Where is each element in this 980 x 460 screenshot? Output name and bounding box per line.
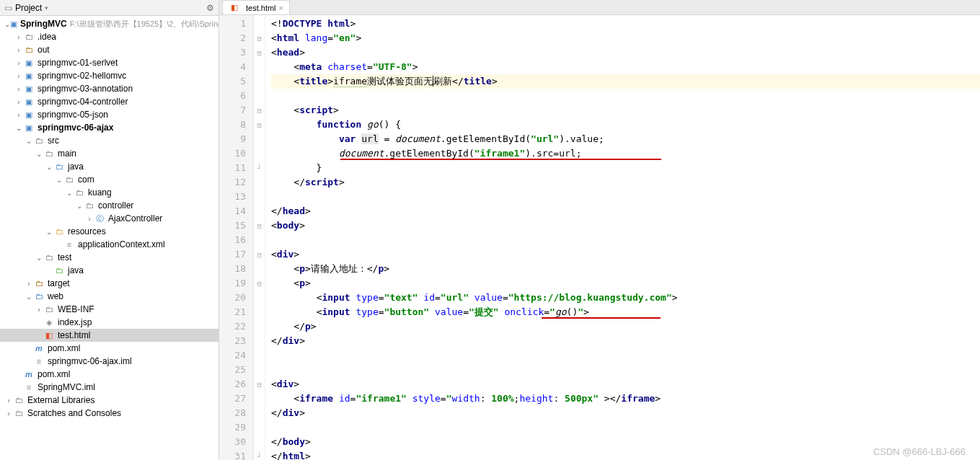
tree-item[interactable]: mpom.xml	[0, 342, 218, 355]
fold-marker[interactable]	[254, 291, 265, 305]
line-number[interactable]: 5	[219, 74, 253, 89]
tree-item[interactable]: ›▣springmvc-03-annotation	[0, 82, 218, 95]
code-line[interactable]	[271, 348, 980, 363]
tree-item[interactable]: ◧test.html	[0, 329, 218, 342]
line-number[interactable]: 4	[219, 60, 253, 74]
chevron-icon[interactable]: ⌄	[25, 137, 33, 145]
line-number[interactable]: 10	[219, 146, 253, 161]
chevron-icon[interactable]: ⌄	[35, 150, 43, 158]
chevron-icon[interactable]: ›	[4, 410, 13, 417]
line-number[interactable]: 9	[219, 132, 253, 146]
line-number[interactable]: 26	[219, 377, 253, 392]
line-number[interactable]: 24	[219, 348, 253, 363]
chevron-icon[interactable]: ⌄	[4, 20, 10, 28]
chevron-icon[interactable]: ›	[14, 111, 23, 119]
code-line[interactable]: var url = document.getElementById("url")…	[271, 132, 980, 146]
tree-item[interactable]: ›▣springmvc-04-controller	[0, 95, 218, 108]
code-line[interactable]	[271, 420, 980, 435]
fold-marker[interactable]: ⊟	[254, 103, 265, 118]
line-number[interactable]: 23	[219, 334, 253, 348]
line-number[interactable]: 20	[219, 291, 253, 305]
fold-marker[interactable]	[254, 406, 265, 420]
chevron-icon[interactable]: ⌄	[45, 163, 53, 171]
line-number[interactable]: 31	[219, 449, 253, 460]
code-line[interactable]: <p>	[271, 276, 980, 291]
line-number[interactable]: 15	[219, 218, 253, 233]
code-line[interactable]: </div>	[271, 406, 980, 420]
tree-item[interactable]: ⌄🗀kuang	[0, 186, 218, 199]
code-line[interactable]: <input type="text" id="url" value="https…	[271, 291, 980, 305]
line-number[interactable]: 8	[219, 118, 253, 132]
code-line[interactable]: </head>	[271, 204, 980, 218]
fold-marker[interactable]	[254, 363, 265, 377]
chevron-icon[interactable]: ›	[14, 98, 23, 106]
line-number[interactable]: 30	[219, 435, 253, 449]
code-line[interactable]: <script>	[271, 103, 980, 118]
line-number[interactable]: 12	[219, 175, 253, 190]
fold-marker[interactable]	[254, 392, 265, 406]
line-number[interactable]: 2	[219, 31, 253, 45]
fold-marker[interactable]: ┘	[254, 161, 265, 175]
chevron-icon[interactable]: ›	[14, 72, 23, 80]
line-number[interactable]: 11	[219, 161, 253, 175]
code-line[interactable]: <meta charset="UTF-8">	[271, 60, 980, 74]
fold-marker[interactable]	[254, 262, 265, 276]
fold-marker[interactable]: ⊟	[254, 218, 265, 233]
fold-marker[interactable]	[254, 190, 265, 204]
fold-marker[interactable]: ⊟	[254, 247, 265, 262]
chevron-icon[interactable]: ›	[14, 59, 23, 67]
chevron-icon[interactable]: ›	[35, 306, 43, 314]
code-line[interactable]: </p>	[271, 319, 980, 334]
line-number[interactable]: 18	[219, 262, 253, 276]
fold-marker[interactable]	[254, 74, 265, 89]
line-number[interactable]: 27	[219, 392, 253, 406]
tree-item[interactable]: ⌄🗀web	[0, 290, 218, 303]
line-number[interactable]: 28	[219, 406, 253, 420]
chevron-icon[interactable]: ⌄	[25, 293, 33, 301]
line-number[interactable]: 21	[219, 305, 253, 319]
line-number[interactable]: 3	[219, 45, 253, 60]
code-line[interactable]	[271, 363, 980, 377]
fold-marker[interactable]	[254, 89, 265, 103]
fold-marker[interactable]	[254, 204, 265, 218]
line-number[interactable]: 16	[219, 233, 253, 247]
tree-item[interactable]: mpom.xml	[0, 368, 218, 381]
close-icon[interactable]: ×	[279, 4, 283, 12]
code-line[interactable]: <!DOCTYPE html>	[271, 17, 980, 31]
code-line[interactable]: </div>	[271, 334, 980, 348]
fold-marker[interactable]	[254, 17, 265, 31]
fold-marker[interactable]	[254, 435, 265, 449]
tree-item[interactable]: ⌄🗀src	[0, 134, 218, 147]
code-line[interactable]: <title>iframe测试体验页面无刷新</title>	[271, 74, 980, 89]
chevron-icon[interactable]: ›	[14, 46, 23, 54]
tree-item[interactable]: ⌄🗀com	[0, 173, 218, 186]
code-line[interactable]: <iframe id="iframe1" style="width: 100%;…	[271, 392, 980, 406]
fold-marker[interactable]	[254, 60, 265, 74]
tree-item[interactable]: ›▣springmvc-01-serlvet	[0, 56, 218, 69]
line-number[interactable]: 1	[219, 17, 253, 31]
code-line[interactable]: </script>	[271, 175, 980, 190]
fold-column[interactable]: ⊟⊟⊟⊟┘⊟⊟⊟⊟┘	[254, 15, 265, 460]
code-line[interactable]	[271, 233, 980, 247]
tree-item[interactable]: ›🗀External Libraries	[0, 394, 218, 407]
line-number[interactable]: 7	[219, 103, 253, 118]
fold-marker[interactable]	[254, 305, 265, 319]
fold-marker[interactable]	[254, 233, 265, 247]
line-number[interactable]: 25	[219, 363, 253, 377]
fold-marker[interactable]: ⊟	[254, 377, 265, 392]
fold-marker[interactable]	[254, 348, 265, 363]
chevron-icon[interactable]: ›	[25, 280, 33, 288]
tree-item[interactable]: ⌄▣SpringMVC F:\班级管理\西开【19525】\2、代码\Sprin…	[0, 17, 218, 30]
tree-item[interactable]: ⌄🗀java	[0, 160, 218, 173]
code-line[interactable]: <html lang="en">	[271, 31, 980, 45]
code-line[interactable]	[271, 190, 980, 204]
tree-item[interactable]: ›ⒸAjaxController	[0, 212, 218, 225]
tree-item[interactable]: ⌄🗀controller	[0, 199, 218, 212]
code-line[interactable]: function go() {	[271, 118, 980, 132]
fold-marker[interactable]: ⊟	[254, 45, 265, 60]
code-line[interactable]: <body>	[271, 218, 980, 233]
line-number[interactable]: 13	[219, 190, 253, 204]
fold-marker[interactable]	[254, 175, 265, 190]
tree-item[interactable]: ›🗀Scratches and Consoles	[0, 407, 218, 420]
fold-marker[interactable]: ⊟	[254, 31, 265, 45]
